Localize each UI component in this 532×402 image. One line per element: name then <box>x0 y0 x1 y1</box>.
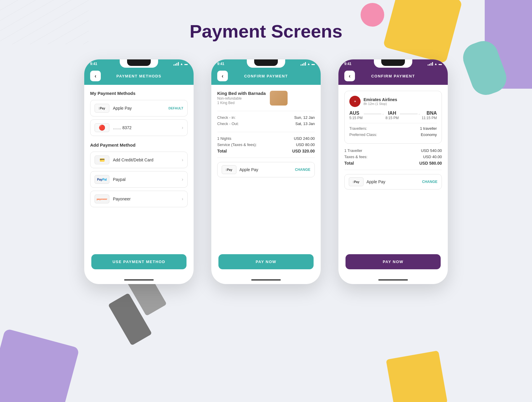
apple-pay-logo: Pay <box>95 104 109 113</box>
flight-price-row-0: 1 Traveller USD 540.00 <box>344 148 442 153</box>
booking-dates: Check - in: Sun, 12 Jan Check - Out: Sat… <box>217 115 315 132</box>
phone3-header: ‹ CONFIRM PAYMENT <box>338 67 448 85</box>
apple-pay-item[interactable]: Pay Apple Pay DEFAULT <box>90 100 188 116</box>
flight-price-value-1: USD 40.00 <box>423 155 442 159</box>
hotel-thumbnail <box>270 91 288 106</box>
hotel-booking-card: King Bed with Barnada Non-refundable 1 K… <box>217 91 315 111</box>
phone2-header-title: CONFIRM PAYMENT <box>228 74 304 78</box>
flight-price-label-0: 1 Traveller <box>344 148 362 153</box>
phone3-signal <box>428 62 433 66</box>
phone2-header: ‹ CONFIRM PAYMENT <box>211 67 321 85</box>
signal-bar-1 <box>173 64 174 66</box>
phone3-header-title: CONFIRM PAYMENT <box>355 74 431 78</box>
add-card-item[interactable]: 💳 Add Credit/Debit Card › <box>90 152 188 168</box>
checkout-label: Check - Out: <box>217 121 239 126</box>
phone3-back-button[interactable]: ‹ <box>344 71 355 81</box>
add-card-icon: 💳 <box>95 155 109 164</box>
apple-pay-name: Apple Pay <box>113 106 168 111</box>
phone1-home-indicator <box>124 279 154 281</box>
payoneer-item[interactable]: payoneer Payoneer › <box>90 191 188 207</box>
to-airport: BNA 11:15 PM <box>422 111 437 120</box>
route-line-1: → <box>364 111 385 116</box>
phone-confirm-flight: 9:41 ▲ ▬ ‹ CONFIRM PAYMENT <box>338 59 448 284</box>
mastercard-name: …… 8372 <box>113 125 182 130</box>
class-row: Preferred Class: Economy <box>349 132 437 137</box>
phone1-status-icons: ▲ ▬ <box>173 62 188 66</box>
phone2-status-icons: ▲ ▬ <box>301 62 315 66</box>
phone2-home-indicator <box>251 279 281 281</box>
hotel-info: King Bed with Barnada Non-refundable 1 K… <box>217 91 266 105</box>
phone1-wifi-icon: ▲ <box>180 62 183 66</box>
phone3-pay-now-button[interactable]: PAY NOW <box>346 254 441 269</box>
travellers-row: Travellers: 1 traveller <box>349 126 437 131</box>
phone2-back-button[interactable]: ‹ <box>217 71 228 81</box>
signal-bar-2 <box>429 64 430 66</box>
flight-card: ✈ Emirates Airlines 8h 12m (1 Stop) AUS … <box>344 91 442 144</box>
phone1-notch-inner <box>127 59 151 66</box>
phone1-header: ‹ PAYMENT METHODS <box>84 67 194 85</box>
phone-confirm-hotel: 9:41 ▲ ▬ ‹ CONFIRM PAYMENT <box>211 59 321 284</box>
checkin-value: Sun, 12 Jan <box>294 115 315 120</box>
phone3-notch-inner <box>381 59 405 66</box>
flight-total-value: USD 580.00 <box>419 161 442 166</box>
emirates-logo: ✈ <box>349 96 361 107</box>
phone2-battery-icon: ▬ <box>312 62 315 66</box>
bg-purple-bottom <box>0 328 80 402</box>
phone3-payment-name: Apple Pay <box>366 179 422 184</box>
add-payment-section: Add Payment Method 💳 Add Credit/Debit Ca… <box>90 142 188 207</box>
total-label: Total <box>217 149 227 153</box>
phone-payment-methods: 9:41 ▲ ▬ ‹ PAYMENT METHODS My Paymen <box>84 59 194 284</box>
signal-bar-3 <box>176 63 177 66</box>
signal-bar-4 <box>178 62 179 66</box>
add-card-chevron: › <box>182 157 183 163</box>
paypal-chevron: › <box>182 177 183 182</box>
signal-bar-2 <box>175 64 176 66</box>
phones-container: 9:41 ▲ ▬ ‹ PAYMENT METHODS My Paymen <box>0 59 532 284</box>
paypal-name: Paypal <box>113 177 182 182</box>
airline-info: Emirates Airlines 8h 12m (1 Stop) <box>364 97 397 106</box>
phone2-change-button[interactable]: CHANGE <box>295 168 310 172</box>
use-payment-method-button[interactable]: USE PAYMENT METHOD <box>91 254 186 269</box>
travellers-label: Travellers: <box>349 126 367 131</box>
checkin-row: Check - in: Sun, 12 Jan <box>217 115 315 120</box>
phone3-notch <box>374 59 412 68</box>
flight-price-label-1: Taxes & fees: <box>344 155 367 159</box>
flight-total-label: Total <box>344 161 354 166</box>
pricing-row-1: Service (Taxes & fees): USD 80.00 <box>217 142 315 147</box>
phone3-change-button[interactable]: CHANGE <box>422 180 437 184</box>
class-value: Economy <box>421 132 437 137</box>
phone3-wifi-icon: ▲ <box>434 62 437 66</box>
airline-sub: 8h 12m (1 Stop) <box>364 102 397 106</box>
phone1-back-button[interactable]: ‹ <box>90 71 101 81</box>
emirates-logo-text: ✈ <box>354 100 356 103</box>
hotel-thumb-inner <box>270 91 288 106</box>
mastercard-logo: 🔴 <box>95 123 109 132</box>
flight-pricing: 1 Traveller USD 540.00 Taxes & fees: USD… <box>344 148 442 170</box>
signal-bar-1 <box>301 64 301 66</box>
flight-price-row-1: Taxes & fees: USD 40.00 <box>344 155 442 159</box>
pricing-label-0: 1 Nights <box>217 136 231 141</box>
phone3-applepay-logo: Pay <box>349 177 364 186</box>
bg-yellow-bottom <box>386 351 448 402</box>
mastercard-item[interactable]: 🔴 …… 8372 › <box>90 119 188 136</box>
total-row: Total USD 320.00 <box>217 149 315 153</box>
phone2-payment-selector[interactable]: Pay Apple Pay CHANGE <box>217 162 315 177</box>
phone2-signal <box>301 62 306 66</box>
phone2-applepay-logo: Pay <box>222 165 236 174</box>
phone1-signal <box>173 62 179 66</box>
phone2-notch <box>247 59 285 68</box>
phone2-notch-inner <box>254 59 278 66</box>
phone3-time: 9:41 <box>344 62 351 66</box>
checkout-row: Check - Out: Sat, 13 Jan <box>217 121 315 126</box>
phone3-battery-icon: ▬ <box>439 62 442 66</box>
route-line-2: → <box>400 111 421 116</box>
phone1-time: 9:41 <box>90 62 97 66</box>
phone2-wifi-icon: ▲ <box>307 62 310 66</box>
paypal-item[interactable]: PayPal Paypal › <box>90 171 188 188</box>
phone3-payment-selector[interactable]: Pay Apple Pay CHANGE <box>344 174 442 189</box>
flight-meta: Travellers: 1 traveller Preferred Class:… <box>349 123 437 137</box>
phone1-body: My Payment Methods Pay Apple Pay DEFAUL… <box>84 85 194 240</box>
phone2-pay-now-button[interactable]: PAY NOW <box>218 254 314 269</box>
pricing-label-1: Service (Taxes & fees): <box>217 142 257 147</box>
total-value: USD 320.00 <box>292 149 315 153</box>
